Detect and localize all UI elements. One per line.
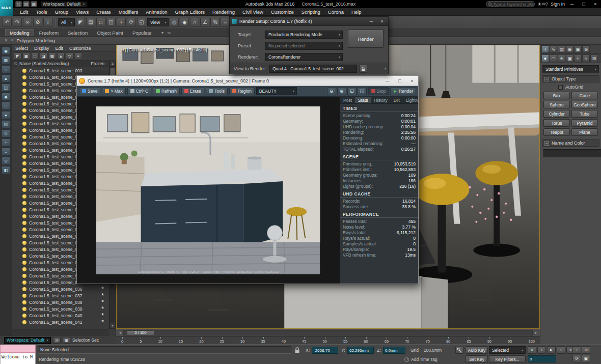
ribbon-tab[interactable]: Modeling [5,29,34,36]
menu-item[interactable]: Help [348,9,365,15]
vfb-tab[interactable]: History [371,97,390,103]
command-panel-tab-icon[interactable]: ▣ [574,45,582,53]
set-keys-button[interactable] [455,347,463,354]
add-time-tag[interactable]: Add Time Tag [404,357,438,362]
menu-item[interactable]: Graph Editors [171,9,208,15]
time-slider-track[interactable]: 0 / 100 [123,330,533,335]
current-frame-field[interactable]: 0 [528,355,556,362]
toolbar-icon[interactable]: ↷ [13,18,22,27]
toolbar-icon[interactable]: ▤ [86,18,95,27]
ribbon-tab[interactable]: Object Paint [93,30,127,36]
scroll-up-icon[interactable]: ▲ [110,61,116,67]
3dsmax-logo[interactable]: MAX [0,0,13,16]
vfb-zoom-icon[interactable]: ⊡ [347,87,357,95]
toolbar-icon[interactable]: ◎ [170,18,179,27]
menu-item[interactable]: Animation [142,9,171,15]
object-type-rollout[interactable]: − Object Type [542,75,599,82]
explorer-tool-icon[interactable]: □ [31,52,39,60]
explorer-display-icon[interactable]: ◧ [2,166,10,174]
vfb-toolbar-button[interactable]: Region [229,87,255,95]
name-color-rollout[interactable]: − Name and Color [542,139,599,147]
lock-view-button[interactable] [359,65,367,73]
explorer-display-icon[interactable]: ▲ [2,74,10,82]
explorer-tool-icon[interactable]: ▲ [57,52,65,60]
toolbar-icon[interactable]: % [210,18,220,27]
command-panel-tab-icon[interactable]: ◉ [566,45,573,53]
command-panel-tab-icon[interactable]: ⊗ [582,45,590,53]
explorer-tool-icon[interactable]: ▽ [66,52,73,60]
primitive-category-dropdown[interactable]: Standard Primitives [542,65,599,73]
ribbon-tab[interactable]: Freeform [35,30,63,36]
create-category-icon[interactable]: ◠ [550,54,557,62]
view-to-render-dropdown[interactable]: Quad 4 - Corona1.5_test_scene_002 [269,65,357,73]
primitive-button[interactable]: Cylinder [543,110,570,118]
explorer-display-icon[interactable]: ▤ [2,120,10,128]
explorer-menu-item[interactable]: Select [15,46,28,51]
quick-access-icon[interactable]: □ [15,1,22,7]
workspace-selector[interactable]: Workspace: Default [40,1,87,7]
z-coordinate-field[interactable]: 0.0mm [383,347,405,354]
explorer-tool-icon[interactable]: ◪ [40,52,47,60]
frozen-column-header[interactable]: Frozen [91,61,104,66]
menu-item[interactable]: Create [93,9,115,15]
vfb-titlebar[interactable]: Corona 1.7 (hotfix 4) | 1200×900px (1:2)… [77,76,418,86]
search-input[interactable] [493,2,534,7]
menu-item[interactable]: Scripting [298,9,324,15]
explorer-display-icon[interactable]: □ [2,102,10,110]
menu-item[interactable]: Edit [16,9,32,15]
scroll-down-icon[interactable]: ▼ [110,323,116,329]
vfb-render-button[interactable]: ► Render [390,87,416,95]
create-category-icon[interactable]: + [574,54,582,62]
viewport-nav-button[interactable]: ⟳ [572,355,581,362]
explorer-tool-icon[interactable]: ◤ [14,52,21,60]
minimize-icon[interactable]: ─ [381,76,394,86]
create-category-icon[interactable]: ▣ [566,54,573,62]
explorer-display-icon[interactable]: ◉ [2,47,10,55]
x-coordinate-field[interactable]: -2658.70 [312,347,338,354]
autogrid-checkbox[interactable] [558,85,563,90]
vfb-toolbar-button[interactable]: Ctrl+C [127,87,151,95]
primitive-button[interactable]: Pyramid [571,119,598,127]
infocenter-icon[interactable]: ? [545,2,548,7]
vfb-toolbar-button[interactable]: Tools [206,87,228,95]
scene-object-row[interactable]: Corona1.5_test_scene_040 [12,312,109,319]
primitive-button[interactable]: Plane [571,128,598,136]
explorer-tool-icon[interactable]: ▣ [22,52,30,60]
name-column-header[interactable]: Name (Sorted Ascending) [19,61,69,66]
primitive-button[interactable]: Teapot [543,128,570,136]
ribbon-tab[interactable]: Selection [64,30,92,36]
transform-lock-button[interactable] [294,347,300,354]
target-dropdown[interactable]: Production Rendering Mode [265,31,343,39]
quick-access-icon[interactable]: ▦ [31,1,37,7]
vfb-toolbar-button[interactable]: Erase [181,87,204,95]
maximize-icon[interactable]: □ [579,1,588,8]
toolbar-icon[interactable]: ⇔ [221,18,230,27]
explorer-display-icon[interactable]: ▦ [2,56,10,64]
create-category-icon[interactable]: ≈ [582,54,590,62]
ribbon-dropdown-icon[interactable]: ▼ [160,31,164,35]
explorer-display-icon[interactable]: + [2,138,10,147]
preset-dropdown[interactable]: No preset selected [265,42,343,50]
primitive-button[interactable]: Torus [543,119,570,127]
auto-key-button[interactable]: Auto Key [466,346,488,354]
selection-filter-dropdown[interactable]: All [58,18,75,26]
primitive-button[interactable]: Cone [571,92,598,99]
toolbar-icon[interactable]: ∞ [23,18,32,27]
prev-frame-icon[interactable]: ◄ [117,331,123,334]
close-icon[interactable]: × [406,76,418,86]
y-coordinate-field[interactable]: 62.295mm [347,347,374,354]
explorer-display-icon[interactable]: ◫ [2,83,10,92]
render-setup-titlebar[interactable]: Render Setup: Corona 1.7 (hotfix 4) ─ × [230,17,388,26]
menu-item[interactable]: Views [72,9,92,15]
create-category-icon[interactable]: ⊞ [590,54,598,62]
minimize-icon[interactable]: ─ [367,18,375,24]
scene-object-row[interactable]: Corona1.5_test_scene_041 [12,319,109,325]
command-panel-tab-icon[interactable]: + [541,45,549,53]
vfb-tab[interactable]: LightMix [403,97,418,103]
toolbar-icon[interactable]: □ [96,18,105,27]
render-button[interactable]: Render [348,30,384,48]
playback-button[interactable]: ‹ [537,346,546,354]
toolbar-icon[interactable]: + [117,18,126,27]
explorer-menu-item[interactable]: Edit [56,46,64,51]
next-frame-icon[interactable]: ► [533,331,539,334]
